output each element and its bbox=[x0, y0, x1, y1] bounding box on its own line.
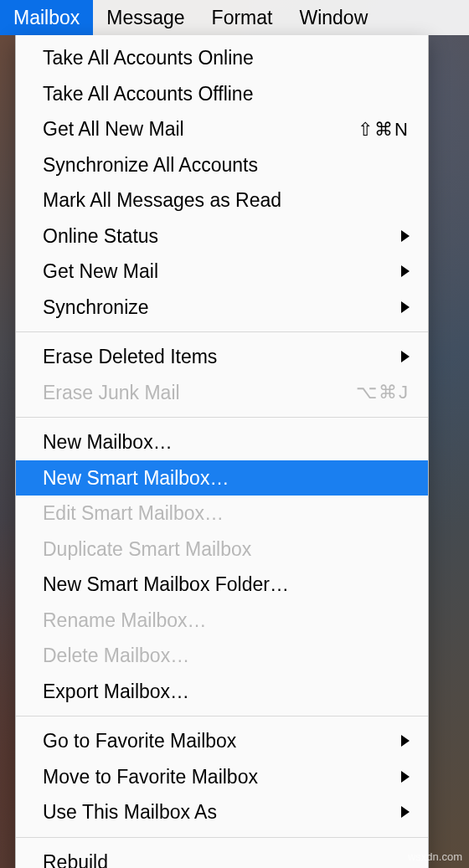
submenu-arrow-icon bbox=[401, 771, 410, 783]
menu-item-label: Rename Mailbox… bbox=[43, 606, 410, 635]
menubar-item-message[interactable]: Message bbox=[93, 0, 198, 35]
menubar-item-window[interactable]: Window bbox=[286, 0, 381, 35]
submenu-arrow-icon bbox=[401, 265, 410, 277]
menu-item-delete-mailbox: Delete Mailbox… bbox=[16, 638, 428, 674]
menu-item-rename-mailbox: Rename Mailbox… bbox=[16, 603, 428, 639]
menu-item-label: Go to Favorite Mailbox bbox=[43, 727, 394, 756]
menu-item-label: Rebuild bbox=[43, 848, 410, 869]
submenu-arrow-icon bbox=[401, 735, 410, 747]
menu-item-use-this-mailbox-as[interactable]: Use This Mailbox As bbox=[16, 794, 428, 830]
mailbox-dropdown-menu: Take All Accounts OnlineTake All Account… bbox=[15, 35, 429, 868]
menubar-label: Format bbox=[212, 7, 273, 29]
menu-shortcut: ⇧⌘N bbox=[358, 116, 410, 143]
menu-item-label: Synchronize All Accounts bbox=[43, 151, 410, 180]
menu-separator bbox=[16, 331, 428, 332]
menu-item-duplicate-smart-mailbox: Duplicate Smart Mailbox bbox=[16, 532, 428, 568]
menu-separator bbox=[16, 716, 428, 716]
menu-item-label: Take All Accounts Offline bbox=[43, 80, 410, 109]
menu-item-synchronize[interactable]: Synchronize bbox=[16, 290, 428, 326]
menu-item-label: Export Mailbox… bbox=[43, 677, 410, 706]
menu-item-label: Synchronize bbox=[43, 293, 394, 322]
menu-item-label: Mark All Messages as Read bbox=[43, 186, 410, 215]
menu-item-label: Get All New Mail bbox=[43, 115, 358, 144]
menubar-item-mailbox[interactable]: Mailbox bbox=[0, 0, 93, 35]
menubar-label: Message bbox=[106, 7, 184, 29]
menu-item-take-all-accounts-offline[interactable]: Take All Accounts Offline bbox=[16, 76, 428, 112]
submenu-arrow-icon bbox=[401, 806, 410, 818]
menu-item-erase-deleted-items[interactable]: Erase Deleted Items bbox=[16, 339, 428, 375]
menu-item-rebuild[interactable]: Rebuild bbox=[16, 845, 428, 869]
submenu-arrow-icon bbox=[401, 301, 410, 313]
menu-item-edit-smart-mailbox: Edit Smart Mailbox… bbox=[16, 496, 428, 532]
menu-separator bbox=[16, 417, 428, 418]
menu-item-move-to-favorite-mailbox[interactable]: Move to Favorite Mailbox bbox=[16, 759, 428, 795]
submenu-arrow-icon bbox=[401, 230, 410, 242]
menubar: Mailbox Message Format Window bbox=[0, 0, 469, 35]
menu-item-take-all-accounts-online[interactable]: Take All Accounts Online bbox=[16, 40, 428, 76]
menu-item-label: Edit Smart Mailbox… bbox=[43, 499, 410, 528]
menu-item-synchronize-all-accounts[interactable]: Synchronize All Accounts bbox=[16, 147, 428, 183]
menu-item-new-smart-mailbox-folder[interactable]: New Smart Mailbox Folder… bbox=[16, 567, 428, 603]
menu-item-new-smart-mailbox[interactable]: New Smart Mailbox… bbox=[16, 460, 428, 496]
menu-item-label: Duplicate Smart Mailbox bbox=[43, 535, 410, 564]
menubar-item-format[interactable]: Format bbox=[198, 0, 286, 35]
menu-item-label: New Smart Mailbox… bbox=[43, 464, 410, 493]
menu-item-label: Get New Mail bbox=[43, 257, 394, 286]
menu-item-new-mailbox[interactable]: New Mailbox… bbox=[16, 424, 428, 460]
menu-item-mark-all-messages-as-read[interactable]: Mark All Messages as Read bbox=[16, 182, 428, 218]
menu-item-label: Use This Mailbox As bbox=[43, 798, 394, 827]
menu-separator bbox=[16, 837, 428, 838]
submenu-arrow-icon bbox=[401, 351, 410, 362]
menu-item-export-mailbox[interactable]: Export Mailbox… bbox=[16, 674, 428, 710]
menu-item-label: Move to Favorite Mailbox bbox=[43, 763, 394, 792]
menu-item-get-all-new-mail[interactable]: Get All New Mail⇧⌘N bbox=[16, 111, 428, 147]
watermark-text: wsxdn.com bbox=[408, 850, 462, 863]
menubar-label: Mailbox bbox=[13, 7, 80, 29]
menu-item-label: Take All Accounts Online bbox=[43, 44, 410, 73]
menu-item-get-new-mail[interactable]: Get New Mail bbox=[16, 254, 428, 290]
menubar-label: Window bbox=[299, 7, 368, 29]
menu-item-label: New Smart Mailbox Folder… bbox=[43, 570, 410, 599]
menu-item-label: Erase Junk Mail bbox=[43, 378, 356, 408]
menu-item-label: Delete Mailbox… bbox=[43, 641, 410, 670]
menu-item-label: New Mailbox… bbox=[43, 428, 410, 457]
menu-item-erase-junk-mail: Erase Junk Mail⌥⌘J bbox=[16, 375, 428, 411]
menu-item-online-status[interactable]: Online Status bbox=[16, 218, 428, 254]
menu-item-label: Online Status bbox=[43, 222, 394, 251]
menu-shortcut: ⌥⌘J bbox=[356, 378, 410, 406]
menu-item-label: Erase Deleted Items bbox=[43, 342, 394, 372]
menu-item-go-to-favorite-mailbox[interactable]: Go to Favorite Mailbox bbox=[16, 723, 428, 759]
